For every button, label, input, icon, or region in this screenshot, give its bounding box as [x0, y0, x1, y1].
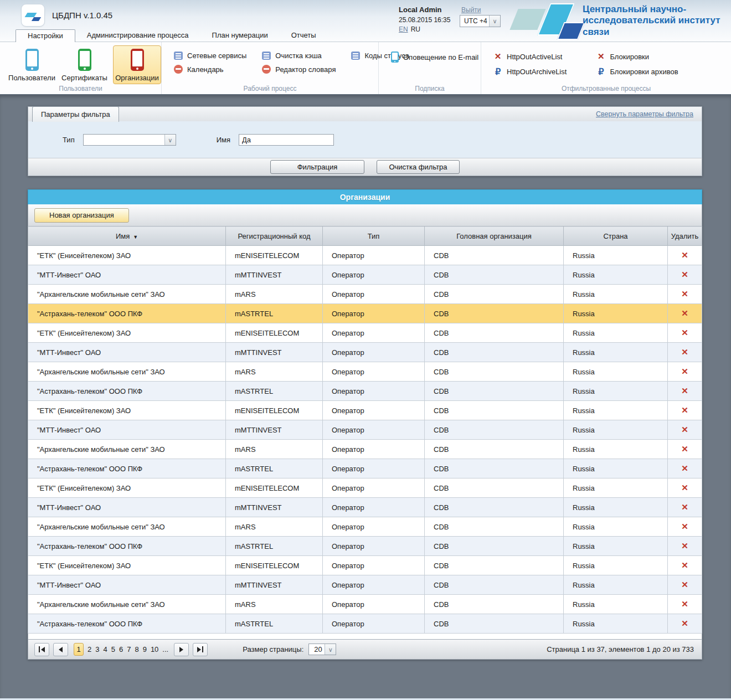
- prev-page-button[interactable]: [53, 643, 68, 656]
- cell-type: Оператор: [323, 285, 425, 304]
- ribbon-item-sertifikaty[interactable]: Сертификаты: [60, 45, 109, 84]
- page-number-current[interactable]: 1: [74, 643, 84, 656]
- table-row[interactable]: "Астрахань-телеком" ООО ПКФmASTRTELОпера…: [28, 614, 702, 634]
- delete-row-icon[interactable]: ✕: [681, 328, 688, 337]
- delete-row-icon[interactable]: ✕: [681, 425, 688, 434]
- clear-filter-button[interactable]: Очистка фильтра: [377, 160, 460, 174]
- delete-row-icon[interactable]: ✕: [681, 619, 688, 628]
- ribbon-item-ochistka-kesha[interactable]: Очистка кэша: [262, 52, 336, 60]
- table-filler: [28, 634, 702, 639]
- logout-link[interactable]: Выйти: [461, 6, 481, 14]
- column-header-country[interactable]: Страна: [564, 227, 668, 246]
- ribbon-item-blokirovki-arhivov[interactable]: ₽ Блокировки архивов: [596, 66, 678, 77]
- delete-row-icon[interactable]: ✕: [681, 541, 688, 550]
- delete-row-icon[interactable]: ✕: [681, 405, 688, 415]
- block-icon: [174, 65, 183, 74]
- collapse-filter-link[interactable]: Свернуть параметры фильтра: [596, 110, 693, 118]
- delete-row-icon[interactable]: ✕: [681, 444, 688, 454]
- delete-row-icon[interactable]: ✕: [681, 483, 688, 492]
- delete-row-icon[interactable]: ✕: [681, 522, 688, 531]
- tab-nastroyki[interactable]: Настройки: [16, 29, 75, 42]
- table-row[interactable]: "Архангельские мобильные сети" ЗАОmARSОп…: [28, 517, 702, 537]
- delete-row-icon[interactable]: ✕: [681, 580, 688, 589]
- main-tabs: Настройки Администрирование процесса Пла…: [16, 29, 328, 42]
- new-organization-button[interactable]: Новая организация: [34, 208, 129, 223]
- table-row[interactable]: "ЕТК" (Енисейтелеком) ЗАОmENISEITELECOMО…: [28, 478, 702, 498]
- delete-row-icon[interactable]: ✕: [681, 347, 688, 357]
- page-number[interactable]: 4: [103, 645, 107, 653]
- ribbon-item-label: Календарь: [187, 65, 224, 74]
- table-row[interactable]: "Астрахань-телеком" ООО ПКФmASTRTELОпера…: [28, 537, 702, 556]
- page-number[interactable]: 2: [87, 645, 91, 653]
- panel-title: Организации: [28, 189, 702, 204]
- filter-button[interactable]: Фильтрация: [270, 160, 364, 174]
- delete-row-icon[interactable]: ✕: [681, 464, 688, 473]
- tab-administrirovanie-processa[interactable]: Администрирование процесса: [75, 29, 200, 42]
- page-number[interactable]: 6: [119, 645, 123, 653]
- table-row[interactable]: "Архангельские мобильные сети" ЗАОmARSОп…: [28, 285, 702, 304]
- column-header-type[interactable]: Тип: [323, 227, 425, 246]
- delete-row-icon[interactable]: ✕: [681, 386, 688, 395]
- page-number[interactable]: 9: [143, 645, 147, 653]
- delete-row-icon[interactable]: ✕: [681, 502, 688, 512]
- table-row[interactable]: "ЕТК" (Енисейтелеком) ЗАОmENISEITELECOMО…: [28, 323, 702, 343]
- delete-row-icon[interactable]: ✕: [681, 250, 688, 260]
- ribbon-item-blokirovki[interactable]: ✕ Блокировки: [596, 52, 678, 61]
- table-row[interactable]: "Архангельские мобильные сети" ЗАОmARSОп…: [28, 362, 702, 382]
- table-row[interactable]: "ЕТК" (Енисейтелеком) ЗАОmENISEITELECOMО…: [28, 246, 702, 265]
- table-row[interactable]: "ЕТК" (Енисейтелеком) ЗАОmENISEITELECOMО…: [28, 556, 702, 575]
- page-number[interactable]: 8: [135, 645, 138, 653]
- delete-row-icon[interactable]: ✕: [681, 308, 688, 318]
- delete-row-icon[interactable]: ✕: [681, 599, 688, 609]
- ribbon-item-httpoutarchivelist[interactable]: ₽ HttpOutArchiveList: [493, 66, 567, 77]
- ribbon-item-opoveshchenie-email[interactable]: Оповещение по E-mail: [391, 52, 478, 63]
- ribbon-item-redaktor-slovarya[interactable]: Редактор словаря: [262, 65, 336, 74]
- ribbon-item-organizacii[interactable]: Организации: [113, 45, 161, 84]
- cell-parent: CDB: [425, 246, 564, 265]
- tab-otchety[interactable]: Отчеты: [280, 29, 328, 42]
- lang-en-link[interactable]: EN: [399, 25, 408, 33]
- column-header-parent-org[interactable]: Головная организация: [425, 227, 564, 246]
- ribbon-item-kalendar[interactable]: Календарь: [174, 65, 246, 74]
- table-row[interactable]: "Астрахань-телеком" ООО ПКФmASTRTELОпера…: [28, 459, 702, 478]
- page-number[interactable]: 5: [111, 645, 115, 653]
- delete-row-icon[interactable]: ✕: [681, 270, 688, 279]
- filter-tab[interactable]: Параметры фильтра: [32, 106, 119, 122]
- table-row[interactable]: "МТТ-Инвест" ОАОmMTTINVESTОператорCDBRus…: [28, 265, 702, 285]
- delete-row-icon[interactable]: ✕: [681, 367, 688, 376]
- next-page-button[interactable]: [174, 643, 189, 656]
- table-row[interactable]: "Астрахань-телеком" ООО ПКФmASTRTELОпера…: [28, 304, 702, 323]
- name-input[interactable]: [239, 134, 334, 146]
- type-select[interactable]: ∨: [83, 134, 176, 146]
- table-row[interactable]: "Архангельские мобильные сети" ЗАОmARSОп…: [28, 440, 702, 459]
- last-page-button[interactable]: [193, 643, 208, 656]
- delete-row-icon[interactable]: ✕: [681, 289, 688, 298]
- table-row[interactable]: "Астрахань-телеком" ООО ПКФmASTRTELОпера…: [28, 382, 702, 401]
- ribbon-item-polzovateli[interactable]: Пользователи: [8, 45, 56, 84]
- delete-row-icon[interactable]: ✕: [681, 560, 688, 570]
- table-row[interactable]: "МТТ-Инвест" ОАОmMTTINVESTОператорCDBRus…: [28, 498, 702, 517]
- cell-name: "МТТ-Инвест" ОАО: [28, 575, 226, 595]
- page-number[interactable]: 7: [127, 645, 131, 653]
- cell-parent: CDB: [425, 420, 564, 440]
- timezone-select[interactable]: UTC +4 ∨: [460, 15, 501, 27]
- table-row[interactable]: "МТТ-Инвест" ОАОmMTTINVESTОператорCDBRus…: [28, 343, 702, 362]
- table-row[interactable]: "МТТ-Инвест" ОАОmMTTINVESTОператорCDBRus…: [28, 575, 702, 595]
- page-size-select[interactable]: 20 ∨: [308, 644, 336, 655]
- column-header-reg-code[interactable]: Регистрационный код: [226, 227, 323, 246]
- cell-country: Russia: [564, 459, 668, 478]
- ribbon-item-httpoutactivelist[interactable]: ✕ HttpOutActiveList: [493, 52, 567, 61]
- first-page-button[interactable]: [34, 643, 49, 656]
- ribbon-item-setevye-servisy[interactable]: Сетевые сервисы: [174, 52, 246, 60]
- cell-type: Оператор: [323, 420, 425, 440]
- cell-code: mENISEITELECOM: [226, 246, 323, 265]
- page-size-value: 20: [314, 645, 322, 653]
- page-number[interactable]: 10: [151, 645, 158, 653]
- lang-ru-label[interactable]: RU: [411, 25, 420, 33]
- table-row[interactable]: "Архангельские мобильные сети" ЗАОmARSОп…: [28, 595, 702, 614]
- page-number[interactable]: 3: [95, 645, 99, 653]
- table-row[interactable]: "ЕТК" (Енисейтелеком) ЗАОmENISEITELECOMО…: [28, 401, 702, 420]
- table-row[interactable]: "МТТ-Инвест" ОАОmMTTINVESTОператорCDBRus…: [28, 420, 702, 440]
- column-header-name[interactable]: Имя▼: [28, 227, 226, 246]
- tab-plan-numeracii[interactable]: План нумерации: [200, 29, 280, 42]
